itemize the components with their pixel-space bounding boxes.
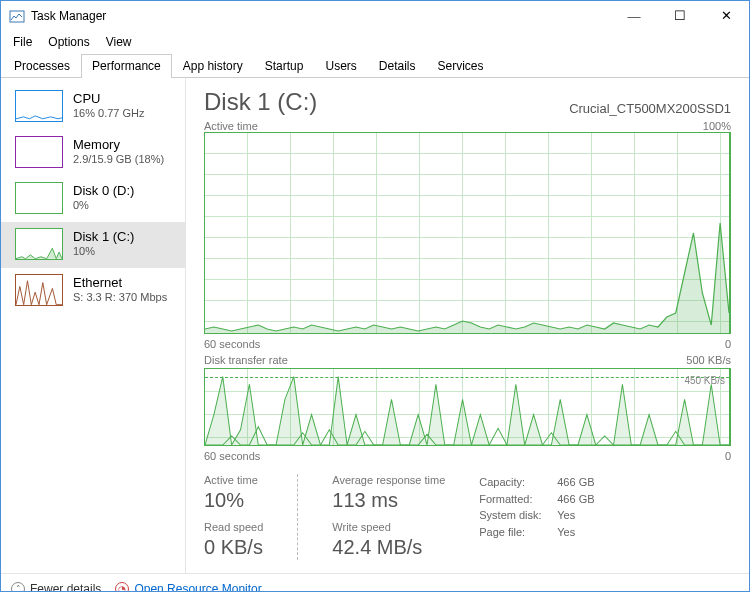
titlebar: Task Manager — ☐ ✕ xyxy=(1,1,749,31)
tab-processes[interactable]: Processes xyxy=(3,54,81,78)
sidebar-item-ethernet[interactable]: Ethernet S: 3.3 R: 370 Mbps xyxy=(1,268,185,314)
ethernet-thumb xyxy=(15,274,63,306)
tab-details[interactable]: Details xyxy=(368,54,427,78)
footer: ˄ Fewer details ◔ Open Resource Monitor xyxy=(1,573,749,592)
chart1-bottom-labels: 60 seconds 0 xyxy=(204,338,731,350)
sidebar-item-label: CPU 16% 0.77 GHz xyxy=(73,91,145,121)
sidebar-item-label: Disk 0 (D:) 0% xyxy=(73,183,134,213)
chart2-xright: 0 xyxy=(725,450,731,462)
memory-thumb xyxy=(15,136,63,168)
main-panel: Disk 1 (C:) Crucial_CT500MX200SSD1 Activ… xyxy=(186,78,749,573)
taskmgr-icon xyxy=(9,8,25,24)
stat-avg-response: Average response time 113 ms Write speed… xyxy=(332,474,445,560)
sidebar-item-cpu[interactable]: CPU 16% 0.77 GHz xyxy=(1,84,185,130)
chart1-label-left: Active time xyxy=(204,120,258,132)
sidebar: CPU 16% 0.77 GHz Memory 2.9/15.9 GB (18%… xyxy=(1,78,186,573)
tab-performance[interactable]: Performance xyxy=(81,54,172,78)
chart1-label-right: 100% xyxy=(703,120,731,132)
chart2-label-left: Disk transfer rate xyxy=(204,354,288,366)
menu-file[interactable]: File xyxy=(5,33,40,51)
content: CPU 16% 0.77 GHz Memory 2.9/15.9 GB (18%… xyxy=(1,78,749,573)
tab-app-history[interactable]: App history xyxy=(172,54,254,78)
sidebar-item-label: Memory 2.9/15.9 GB (18%) xyxy=(73,137,164,167)
stats-primary: Active time 10% Read speed 0 KB/s Averag… xyxy=(204,474,731,560)
sidebar-item-disk1[interactable]: Disk 1 (C:) 10% xyxy=(1,222,185,268)
chevron-up-icon: ˄ xyxy=(11,582,25,593)
sidebar-item-label: Ethernet S: 3.3 R: 370 Mbps xyxy=(73,275,167,305)
disk-model: Crucial_CT500MX200SSD1 xyxy=(569,101,731,116)
close-button[interactable]: ✕ xyxy=(703,1,749,31)
tab-startup[interactable]: Startup xyxy=(254,54,315,78)
sidebar-item-label: Disk 1 (C:) 10% xyxy=(73,229,134,259)
chart2-bottom-labels: 60 seconds 0 xyxy=(204,450,731,462)
maximize-button[interactable]: ☐ xyxy=(657,1,703,31)
disk0-thumb xyxy=(15,182,63,214)
window-controls: — ☐ ✕ xyxy=(611,1,749,31)
menu-options[interactable]: Options xyxy=(40,33,97,51)
sidebar-item-disk0[interactable]: Disk 0 (D:) 0% xyxy=(1,176,185,222)
menubar: File Options View xyxy=(1,31,749,53)
main-header: Disk 1 (C:) Crucial_CT500MX200SSD1 xyxy=(204,88,731,116)
active-time-chart[interactable] xyxy=(204,132,731,334)
sidebar-item-memory[interactable]: Memory 2.9/15.9 GB (18%) xyxy=(1,130,185,176)
tab-users[interactable]: Users xyxy=(314,54,367,78)
chart2-xleft: 60 seconds xyxy=(204,450,260,462)
disk1-thumb xyxy=(15,228,63,260)
minimize-button[interactable]: — xyxy=(611,1,657,31)
chart1-xright: 0 xyxy=(725,338,731,350)
tab-services[interactable]: Services xyxy=(427,54,495,78)
disk-info: Capacity:466 GB Formatted:466 GB System … xyxy=(479,474,594,560)
transfer-rate-chart[interactable]: 450 KB/s xyxy=(204,368,731,446)
chart1-xleft: 60 seconds xyxy=(204,338,260,350)
window-title: Task Manager xyxy=(31,9,611,23)
open-resmon-link[interactable]: ◔ Open Resource Monitor xyxy=(115,582,261,593)
page-title: Disk 1 (C:) xyxy=(204,88,317,116)
stat-active-time: Active time 10% Read speed 0 KB/s xyxy=(204,474,263,560)
chart2-top-labels: Disk transfer rate 500 KB/s xyxy=(204,354,731,366)
chart2-label-right: 500 KB/s xyxy=(686,354,731,366)
resmon-icon: ◔ xyxy=(115,582,129,593)
chart1-top-labels: Active time 100% xyxy=(204,120,731,132)
menu-view[interactable]: View xyxy=(98,33,140,51)
cpu-thumb xyxy=(15,90,63,122)
fewer-details-button[interactable]: ˄ Fewer details xyxy=(11,582,101,593)
tab-strip: Processes Performance App history Startu… xyxy=(1,53,749,78)
stat-separator xyxy=(287,474,308,560)
